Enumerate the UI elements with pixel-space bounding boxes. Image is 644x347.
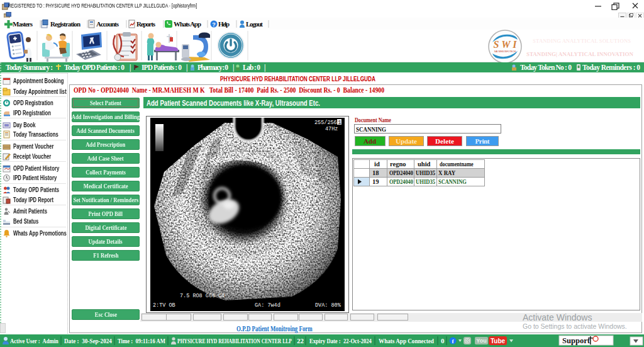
svg-text:Delete: Delete (435, 137, 454, 145)
svg-text:PHYSICURE HYD REHABILITATION C: PHYSICURE HYD REHABILITATION CENTER LLP … (220, 76, 375, 82)
svg-text:Pharmacy : 0: Pharmacy : 0 (197, 64, 228, 72)
svg-text:regno: regno (390, 161, 406, 168)
svg-text:SCANNING: SCANNING (356, 125, 386, 133)
svg-text:DVA: 80%: DVA: 80% (315, 302, 341, 309)
svg-text:OPD24040: OPD24040 (389, 178, 413, 185)
svg-text:Whats App: Whats App (174, 20, 201, 28)
svg-text:uhid: uhid (418, 161, 431, 168)
svg-text:Today OPD Patients : 0: Today OPD Patients : 0 (64, 64, 125, 72)
svg-text:Update: Update (396, 137, 417, 145)
svg-text:Support: Support (562, 336, 591, 345)
svg-text:UHID35: UHID35 (416, 169, 435, 176)
svg-text:You: You (476, 338, 486, 344)
svg-text:Reports: Reports (136, 20, 156, 28)
svg-text:documentname: documentname (440, 161, 474, 168)
svg-text:Lab : 0: Lab : 0 (243, 64, 260, 71)
svg-text:S W I: S W I (494, 39, 518, 50)
svg-text:Date : 30-Sep-2024: Date : 30-Sep-2024 (64, 337, 112, 344)
svg-text:7.5 RO8 G66 C4: 7.5 RO8 G66 C4 (180, 293, 225, 299)
svg-text:Add Patient Scanned Documents: Add Patient Scanned Documents like X-Ray… (147, 99, 320, 108)
svg-text:Add: Add (364, 137, 376, 145)
svg-text:Help: Help (218, 20, 230, 28)
svg-text:GA: 7w4d: GA: 7w4d (255, 302, 280, 309)
svg-text:X RAY: X RAY (438, 169, 455, 176)
svg-text:|: | (130, 64, 131, 72)
svg-text:0: 0 (441, 337, 445, 344)
svg-text:Today Reminders : 0: Today Reminders : 0 (582, 64, 640, 72)
svg-text:Accounts: Accounts (96, 20, 119, 28)
svg-text:OPD24040: OPD24040 (389, 169, 413, 176)
svg-text:PHYSICURE HYD REHABILITATION C: PHYSICURE HYD REHABILITATION CENTER LLP (177, 338, 292, 345)
svg-text:?: ? (212, 21, 216, 28)
svg-text:Expiry Date : 22-Oct-2024: Expiry Date : 22-Oct-2024 (309, 337, 372, 344)
svg-text:255/256: 255/256 (314, 120, 337, 126)
svg-text:Masters: Masters (13, 20, 33, 28)
svg-text:19: 19 (372, 178, 379, 185)
svg-text:Active User : Admin: Active User : Admin (10, 337, 58, 344)
svg-text:O.P.D Patient Monitroing Form: O.P.D Patient Monitroing Form (236, 325, 313, 333)
svg-text:Print: Print (475, 137, 490, 145)
svg-text:SAI WEB INFOTECH: SAI WEB INFOTECH (494, 50, 516, 53)
svg-text:|: | (186, 64, 188, 72)
svg-text:Time : 09:11:16 AM: Time : 09:11:16 AM (118, 337, 165, 344)
svg-text:Registration: Registration (50, 20, 80, 28)
svg-text:2:TV OB: 2:TV OB (153, 302, 175, 309)
svg-text:IPD Patients : 0: IPD Patients : 0 (142, 64, 182, 71)
svg-text:id: id (374, 161, 380, 168)
svg-text:Today Summary :: Today Summary : (6, 64, 53, 72)
svg-text:Logout: Logout (246, 20, 263, 28)
svg-text:Document Name: Document Name (355, 116, 392, 124)
svg-text:UHID35: UHID35 (416, 178, 435, 185)
svg-text:STANDING| ANALYTICAL INNOVATIO: STANDING| ANALYTICAL INNOVATION (526, 51, 633, 57)
svg-text:Tube: Tube (491, 338, 506, 344)
svg-text:STANDING ANALYTICAL SOLUTIONS: STANDING ANALYTICAL SOLUTIONS (533, 38, 631, 44)
svg-text:OPD No - OPD24040 Name - MR.M: OPD No - OPD24040 Name - MR.MAHESH M K T… (74, 86, 384, 94)
svg-text:|: | (264, 64, 266, 72)
svg-text:Whats App Connected: Whats App Connected (379, 337, 434, 344)
svg-text:1: 1 (338, 120, 341, 126)
svg-text:Today Token No : 0: Today Token No : 0 (520, 64, 572, 72)
svg-text:SCANNING: SCANNING (438, 178, 467, 185)
svg-text:|: | (233, 64, 235, 72)
svg-text:22: 22 (297, 337, 304, 344)
svg-text:18: 18 (372, 169, 379, 176)
svg-text:47Hz: 47Hz (325, 126, 338, 132)
